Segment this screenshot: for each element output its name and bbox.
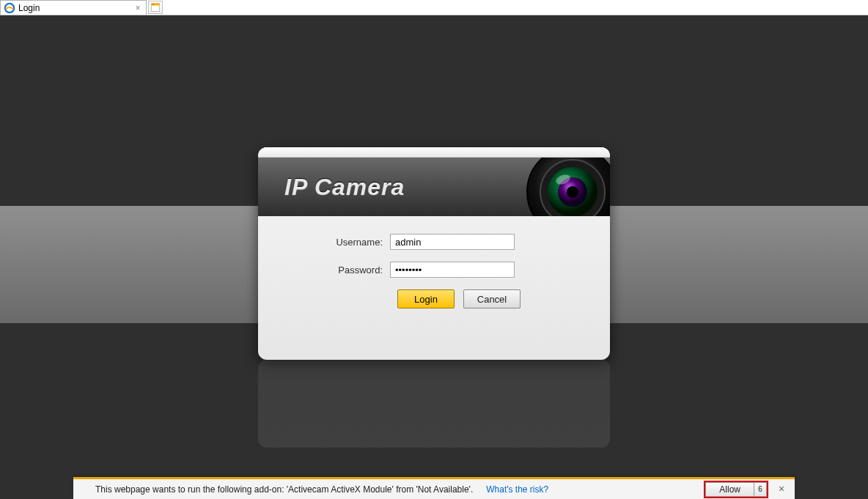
notification-message: This webpage wants to run the following …: [95, 484, 473, 495]
username-label: Username:: [280, 237, 390, 248]
allow-button[interactable]: Allow: [705, 482, 754, 497]
dialog-top-strip: [258, 147, 610, 158]
dialog-header: IP Camera: [258, 158, 610, 216]
dialog-title: IP Camera: [284, 174, 405, 201]
cancel-button[interactable]: Cancel: [463, 289, 521, 308]
login-button[interactable]: Login: [397, 289, 455, 308]
allow-button-group: Allow 6: [704, 481, 768, 498]
browser-tab-title: Login: [18, 3, 133, 13]
tab-close-icon[interactable]: ×: [133, 3, 143, 13]
browser-tab[interactable]: Login ×: [0, 0, 147, 15]
button-row: Login Cancel: [280, 289, 588, 308]
password-row: Password:: [280, 262, 588, 278]
browser-tab-strip: Login ×: [0, 0, 868, 15]
camera-lens-icon: [525, 158, 610, 216]
page-viewport: IP Camera: [0, 15, 868, 499]
ie-favicon-icon: [4, 2, 15, 14]
new-tab-button[interactable]: [148, 1, 163, 14]
addon-notification-bar: This webpage wants to run the following …: [73, 477, 795, 499]
dialog-reflection: [258, 360, 610, 448]
password-label: Password:: [280, 265, 390, 276]
svg-rect-2: [152, 4, 160, 6]
username-input[interactable]: [390, 234, 515, 250]
username-row: Username:: [280, 234, 588, 250]
dialog-body: Username: Password: Login Cancel: [258, 216, 610, 308]
svg-point-3: [152, 4, 154, 5]
allow-dropdown[interactable]: 6: [754, 482, 767, 497]
risk-link[interactable]: What's the risk?: [486, 484, 548, 495]
login-dialog: IP Camera: [258, 147, 610, 360]
svg-point-8: [567, 186, 578, 198]
password-input[interactable]: [390, 262, 515, 278]
notification-close-icon[interactable]: ×: [776, 484, 787, 495]
